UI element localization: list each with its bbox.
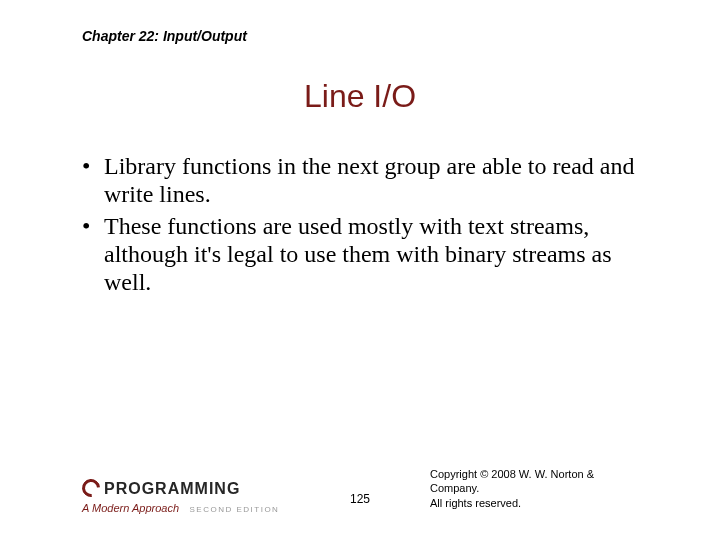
slide-title: Line I/O [0, 78, 720, 115]
copyright-line: Copyright © 2008 W. W. Norton & Company. [430, 467, 640, 496]
chapter-heading: Chapter 22: Input/Output [82, 28, 247, 44]
bullet-text: These functions are used mostly with tex… [104, 213, 612, 296]
bullet-item: Library functions in the next group are … [82, 152, 650, 209]
bullet-item: These functions are used mostly with tex… [82, 212, 650, 297]
bullet-list: Library functions in the next group are … [82, 152, 650, 300]
slide: Chapter 22: Input/Output Line I/O Librar… [0, 0, 720, 540]
footer: PROGRAMMING A Modern Approach SECOND EDI… [0, 474, 720, 516]
bullet-text: Library functions in the next group are … [104, 153, 634, 207]
copyright-line: All rights reserved. [430, 496, 640, 510]
copyright: Copyright © 2008 W. W. Norton & Company.… [430, 467, 640, 510]
logo-edition: SECOND EDITION [189, 505, 279, 514]
